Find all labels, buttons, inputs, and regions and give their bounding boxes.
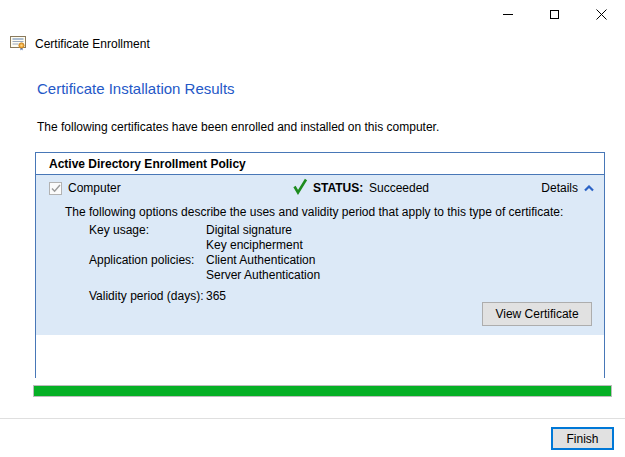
close-icon xyxy=(596,9,607,20)
app-title: Certificate Enrollment xyxy=(35,37,150,51)
enrollment-policy-panel: Active Directory Enrollment Policy Compu… xyxy=(35,152,605,378)
minimize-button[interactable] xyxy=(484,2,531,26)
maximize-button[interactable] xyxy=(531,2,578,26)
policy-panel-title: Active Directory Enrollment Policy xyxy=(36,153,604,175)
field-label: Key usage: xyxy=(89,223,206,253)
certificate-fields: Key usage: Digital signature Key enciphe… xyxy=(89,223,604,304)
status-value: Succeeded xyxy=(369,181,429,195)
certificate-status-row: Computer STATUS: Succeeded Details xyxy=(36,175,604,201)
details-toggle[interactable]: Details xyxy=(541,181,594,195)
view-certificate-button[interactable]: View Certificate xyxy=(482,302,592,326)
status-success-icon xyxy=(293,178,308,195)
minimize-icon xyxy=(503,14,513,15)
maximize-icon xyxy=(550,10,559,19)
details-toggle-label: Details xyxy=(541,181,578,195)
field-label: Application policies: xyxy=(89,253,206,283)
certificate-icon xyxy=(10,36,27,51)
status-label: STATUS: xyxy=(313,181,363,195)
chevron-up-icon xyxy=(584,185,594,192)
computer-checkbox[interactable] xyxy=(49,182,62,195)
field-value: Server Authentication xyxy=(206,268,320,283)
close-button[interactable] xyxy=(578,2,625,26)
panel-empty-area xyxy=(36,335,604,378)
window-controls xyxy=(484,2,625,26)
finish-button[interactable]: Finish xyxy=(551,427,614,450)
certificate-details-section: Computer STATUS: Succeeded Details The f… xyxy=(36,175,604,335)
details-description: The following options describe the uses … xyxy=(65,205,594,219)
app-header: Certificate Enrollment xyxy=(10,36,150,51)
field-value: Key encipherment xyxy=(206,238,303,253)
field-value: Digital signature xyxy=(206,223,303,238)
computer-checkbox-label: Computer xyxy=(68,181,121,195)
page-title: Certificate Installation Results xyxy=(37,80,235,97)
field-value: Client Authentication xyxy=(206,253,320,268)
field-application-policies: Application policies: Client Authenticat… xyxy=(89,253,604,283)
enrollment-progress-bar xyxy=(33,385,612,397)
progress-fill xyxy=(34,386,611,396)
field-value: 365 xyxy=(206,289,226,304)
field-label: Validity period (days): xyxy=(89,289,206,304)
field-key-usage: Key usage: Digital signature Key enciphe… xyxy=(89,223,604,253)
checkbox-check-icon xyxy=(51,184,61,193)
footer-divider xyxy=(0,418,625,419)
page-intro: The following certificates have been enr… xyxy=(37,120,439,134)
